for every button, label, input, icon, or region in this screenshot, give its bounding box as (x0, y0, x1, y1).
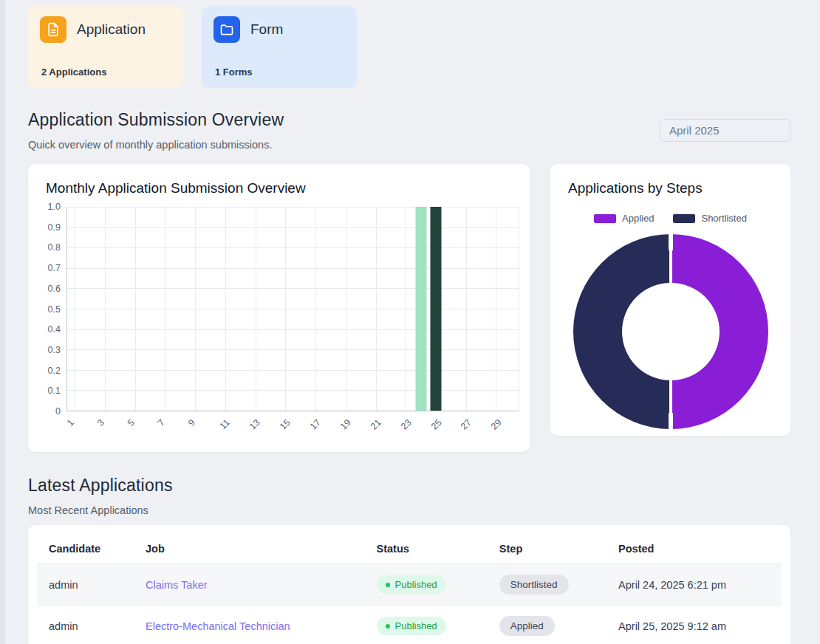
posted-cell: April 25, 2025 9:12 am (607, 606, 782, 644)
form-summary-card[interactable]: Form 1 Forms (202, 6, 357, 88)
y-axis-tick: 0.9 (48, 222, 61, 233)
x-axis-tick: 11 (217, 417, 231, 431)
application-summary-card[interactable]: Application 2 Applications (28, 6, 183, 88)
donut-chart-title: Applications by Steps (561, 174, 780, 201)
x-axis-tick: 23 (399, 417, 414, 432)
x-axis-tick: 13 (247, 417, 262, 432)
application-card-title: Application (77, 21, 146, 38)
status-dot-icon (386, 624, 390, 628)
table-row: adminElectro-Mechanical TechnicianPublis… (37, 606, 782, 644)
step-cell: Shortlisted (488, 564, 607, 606)
y-axis-tick: 1.0 (48, 202, 61, 212)
y-axis-tick: 0.2 (48, 366, 61, 376)
applications-by-steps-card: Applications by Steps AppliedShortlisted (550, 164, 790, 436)
donut-legend: AppliedShortlisted (561, 213, 780, 224)
donut-wrap (561, 234, 780, 429)
candidate-cell: admin (37, 606, 134, 644)
bar-chart-title: Monthly Application Submission Overview (38, 174, 519, 201)
form-count: 1 Forms (213, 66, 345, 78)
legend-label: Shortlisted (701, 213, 746, 224)
x-axis-tick: 25 (429, 417, 444, 432)
table-header-row: CandidateJobStatusStepPosted (37, 534, 782, 564)
column-header-candidate: Candidate (37, 534, 134, 564)
x-axis-tick: 9 (186, 417, 197, 428)
y-axis-tick: 0.7 (48, 263, 61, 273)
x-axis-tick: 17 (308, 417, 323, 432)
table-row: adminClaims TakerPublishedShortlistedApr… (37, 564, 782, 606)
summary-cards-row: Application 2 Applications Form 1 Forms (28, 6, 790, 88)
form-card-header: Form (213, 16, 345, 43)
y-axis-tick: 0.4 (48, 324, 61, 335)
latest-applications-table-card: CandidateJobStatusStepPosted adminClaims… (28, 525, 790, 644)
y-axis-tick: 0.8 (48, 242, 61, 253)
legend-item-shortlisted[interactable]: Shortlisted (673, 213, 746, 224)
step-cell: Applied (488, 606, 607, 644)
latest-applications-table: CandidateJobStatusStepPosted adminClaims… (37, 534, 782, 644)
latest-applications-subtitle: Most Recent Applications (28, 504, 790, 516)
step-badge: Shortlisted (499, 575, 569, 595)
x-axis-tick: 1 (65, 417, 76, 428)
job-link[interactable]: Electro-Mechanical Technician (146, 620, 290, 632)
latest-applications-title: Latest Applications (28, 476, 790, 496)
column-header-step: Step (488, 534, 607, 564)
x-axis-tick: 7 (156, 417, 167, 428)
column-header-status: Status (365, 534, 488, 564)
application-card-header: Application (40, 16, 171, 43)
overview-section-header: Application Submission Overview Quick ov… (28, 110, 790, 151)
y-axis-tick: 0 (55, 406, 61, 417)
x-axis-tick: 15 (278, 417, 293, 432)
column-header-posted: Posted (607, 534, 782, 564)
bar-chart-y-axis: 1.00.90.80.70.60.50.40.30.20.10 (38, 207, 66, 411)
monthly-submission-chart-card: Monthly Application Submission Overview … (28, 164, 530, 452)
x-axis-tick: 5 (126, 417, 137, 428)
application-count: 2 Applications (40, 66, 171, 78)
overview-subtitle: Quick overview of monthly application su… (28, 139, 284, 151)
posted-cell: April 24, 2025 6:21 pm (607, 564, 782, 606)
bar-day-25 (430, 207, 441, 411)
x-axis-tick: 19 (338, 417, 353, 432)
legend-swatch (673, 214, 695, 223)
job-cell: Claims Taker (134, 564, 364, 606)
folder-icon (213, 16, 240, 43)
document-icon (40, 16, 66, 43)
overview-title: Application Submission Overview (28, 110, 284, 130)
status-dot-icon (386, 583, 390, 587)
status-badge: Published (377, 575, 446, 594)
latest-applications-header: Latest Applications Most Recent Applicat… (28, 476, 790, 516)
bar-chart-x-axis: 1357911131517192123252729 (66, 411, 519, 444)
form-card-title: Form (250, 21, 283, 38)
x-axis-tick: 3 (95, 417, 106, 428)
status-badge: Published (377, 617, 446, 635)
month-filter-select[interactable]: April 2025 (660, 119, 790, 142)
y-axis-tick: 0.5 (48, 304, 61, 315)
bar-day-24 (415, 207, 426, 411)
status-label: Published (395, 579, 437, 590)
sidebar-edge (0, 0, 5, 644)
table-body: adminClaims TakerPublishedShortlistedApr… (37, 564, 782, 644)
legend-swatch (594, 214, 616, 223)
y-axis-tick: 0.6 (48, 284, 61, 294)
charts-row: Monthly Application Submission Overview … (28, 164, 790, 452)
x-axis-tick: 27 (459, 417, 474, 432)
y-axis-tick: 0.1 (48, 386, 61, 396)
status-label: Published (395, 620, 437, 631)
bar-chart-plot (66, 207, 519, 411)
bar-chart: 1.00.90.80.70.60.50.40.30.20.10 13579111… (38, 207, 519, 444)
status-cell: Published (365, 606, 488, 644)
legend-label: Applied (622, 213, 654, 224)
candidate-cell: admin (37, 564, 134, 606)
job-link[interactable]: Claims Taker (146, 579, 208, 591)
dashboard-page: Application 2 Applications Form 1 Forms … (0, 0, 820, 644)
job-cell: Electro-Mechanical Technician (134, 606, 364, 644)
column-header-job: Job (134, 534, 364, 564)
y-axis-tick: 0.3 (48, 345, 61, 355)
x-axis-tick: 21 (369, 417, 383, 432)
donut-chart (573, 234, 768, 429)
legend-item-applied[interactable]: Applied (594, 213, 654, 224)
status-cell: Published (365, 564, 488, 606)
x-axis-tick: 29 (489, 417, 504, 432)
step-badge: Applied (499, 616, 555, 636)
